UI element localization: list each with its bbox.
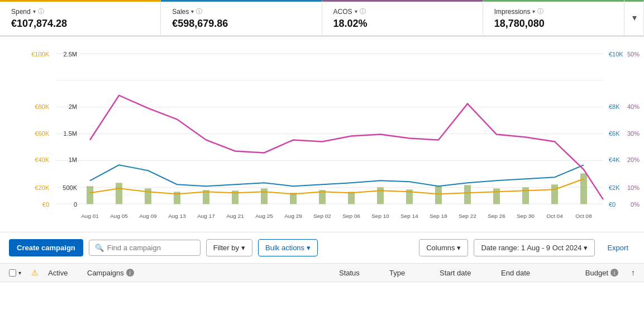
columns-chevron-icon: ▾ xyxy=(457,244,461,252)
impressions-metric: Impressions ▾ ⓘ 18,780,080 xyxy=(483,0,644,35)
svg-rect-46 xyxy=(522,187,529,204)
impressions-label: Impressions xyxy=(494,8,531,16)
impressions-info-icon[interactable]: ⓘ xyxy=(537,7,543,16)
sales-label-row: Sales ▾ ⓘ xyxy=(172,7,310,16)
svg-text:10%: 10% xyxy=(627,184,640,191)
search-box[interactable]: 🔍 xyxy=(89,240,201,256)
campaigns-info-icon[interactable]: i xyxy=(126,269,134,277)
svg-text:€80K: €80K xyxy=(35,103,49,110)
svg-text:Sep 06: Sep 06 xyxy=(342,213,360,219)
svg-rect-43 xyxy=(435,186,442,204)
svg-text:Sep 26: Sep 26 xyxy=(488,213,505,219)
svg-text:Aug 25: Aug 25 xyxy=(255,213,273,219)
filter-by-button[interactable]: Filter by ▾ xyxy=(206,239,252,256)
th-warning: ⚠ xyxy=(31,268,48,277)
start-date-label: Start date xyxy=(440,269,471,277)
metrics-bar: Spend ▾ ⓘ €107,874.28 Sales ▾ ⓘ €598,679… xyxy=(0,0,644,37)
impressions-chevron-icon[interactable]: ▾ xyxy=(532,8,535,15)
end-date-label: End date xyxy=(501,269,530,277)
chart-area: €0 €20K €40K €60K €80K €100K 0 500K 1M 1… xyxy=(0,37,644,232)
warning-icon: ⚠ xyxy=(31,268,39,277)
th-type: Type xyxy=(389,269,440,277)
bulk-actions-label: Bulk actions xyxy=(265,244,304,252)
svg-text:Sep 14: Sep 14 xyxy=(400,213,418,219)
sort-up-icon[interactable]: ↑ xyxy=(631,268,635,277)
svg-text:20%: 20% xyxy=(627,156,640,163)
acos-label: ACOS xyxy=(333,8,352,16)
acos-label-row: ACOS ▾ ⓘ xyxy=(333,7,471,16)
svg-text:Oct 08: Oct 08 xyxy=(575,213,592,219)
svg-text:Aug 29: Aug 29 xyxy=(284,213,302,219)
spend-value: €107,874.28 xyxy=(11,18,149,30)
th-checkbox[interactable]: ▾ xyxy=(9,269,31,277)
type-label: Type xyxy=(389,269,405,277)
svg-rect-33 xyxy=(145,188,151,204)
acos-chevron-icon[interactable]: ▾ xyxy=(355,8,357,15)
export-button[interactable]: Export xyxy=(600,240,635,256)
chart-svg: €0 €20K €40K €60K €80K €100K 0 500K 1M 1… xyxy=(0,42,644,232)
th-sort[interactable]: ↑ xyxy=(618,268,635,277)
spend-chevron-icon[interactable]: ▾ xyxy=(33,8,36,15)
toolbar: Create campaign 🔍 Filter by ▾ Bulk actio… xyxy=(0,232,644,264)
svg-text:€40K: €40K xyxy=(35,156,49,163)
spend-label: Spend xyxy=(11,8,31,16)
svg-text:Aug 05: Aug 05 xyxy=(110,213,128,219)
svg-text:1.5M: 1.5M xyxy=(64,130,77,137)
svg-rect-40 xyxy=(348,192,355,204)
svg-text:40%: 40% xyxy=(627,103,640,110)
svg-text:Aug 13: Aug 13 xyxy=(168,213,186,219)
sales-info-icon[interactable]: ⓘ xyxy=(196,7,202,16)
date-range-label: Date range: 1 Aug - 9 Oct 2024 xyxy=(481,244,581,252)
svg-text:€0: €0 xyxy=(42,201,49,208)
acos-info-icon[interactable]: ⓘ xyxy=(360,7,366,16)
columns-button[interactable]: Columns ▾ xyxy=(419,239,468,256)
svg-text:2.5M: 2.5M xyxy=(64,51,77,58)
svg-text:500K: 500K xyxy=(63,184,77,191)
sales-chevron-icon[interactable]: ▾ xyxy=(191,8,194,15)
svg-text:Aug 01: Aug 01 xyxy=(81,213,99,219)
sales-value: €598,679.86 xyxy=(172,18,310,30)
svg-text:€4K: €4K xyxy=(609,156,620,163)
impressions-value: 18,780,080 xyxy=(494,18,632,30)
spend-metric: Spend ▾ ⓘ €107,874.28 xyxy=(0,0,161,35)
svg-text:€20K: €20K xyxy=(35,184,49,191)
status-label: Status xyxy=(339,269,360,277)
impressions-label-row: Impressions ▾ ⓘ xyxy=(494,7,632,16)
svg-text:Sep 18: Sep 18 xyxy=(430,213,447,219)
svg-text:Sep 30: Sep 30 xyxy=(517,213,535,219)
date-range-button[interactable]: Date range: 1 Aug - 9 Oct 2024 ▾ xyxy=(474,239,595,256)
th-status: Status xyxy=(339,269,389,277)
svg-text:Sep 10: Sep 10 xyxy=(371,213,389,219)
svg-rect-48 xyxy=(580,173,587,204)
svg-rect-32 xyxy=(116,183,122,204)
svg-text:1M: 1M xyxy=(69,156,77,163)
columns-label: Columns xyxy=(426,244,455,252)
svg-rect-37 xyxy=(261,188,268,204)
budget-info-icon[interactable]: i xyxy=(610,269,618,277)
select-all-checkbox[interactable] xyxy=(9,269,16,277)
search-input[interactable] xyxy=(107,244,191,252)
th-start-date: Start date xyxy=(440,269,501,277)
svg-text:€6K: €6K xyxy=(609,130,620,137)
svg-text:Sep 02: Sep 02 xyxy=(313,213,331,219)
search-icon: 🔍 xyxy=(95,244,104,252)
select-all-chevron-icon[interactable]: ▾ xyxy=(18,270,21,276)
svg-rect-44 xyxy=(464,185,471,204)
svg-text:50%: 50% xyxy=(627,51,640,58)
svg-text:€10K: €10K xyxy=(609,51,623,58)
bulk-actions-button[interactable]: Bulk actions ▾ xyxy=(258,239,318,256)
spend-label-row: Spend ▾ ⓘ xyxy=(11,7,149,16)
svg-text:€8K: €8K xyxy=(609,103,620,110)
metrics-collapse-button[interactable]: ▾ xyxy=(624,0,644,35)
bulk-chevron-icon: ▾ xyxy=(307,244,311,252)
create-campaign-button[interactable]: Create campaign xyxy=(9,239,83,256)
campaigns-label: Campaigns xyxy=(87,269,124,277)
acos-metric: ACOS ▾ ⓘ 18.02% xyxy=(322,0,483,35)
active-label: Active xyxy=(48,269,68,277)
date-range-chevron-icon: ▾ xyxy=(584,244,588,252)
filter-chevron-icon: ▾ xyxy=(241,244,245,252)
svg-text:€60K: €60K xyxy=(35,130,49,137)
svg-text:Sep 22: Sep 22 xyxy=(459,213,476,219)
svg-text:€2K: €2K xyxy=(609,184,620,191)
spend-info-icon[interactable]: ⓘ xyxy=(38,7,44,16)
